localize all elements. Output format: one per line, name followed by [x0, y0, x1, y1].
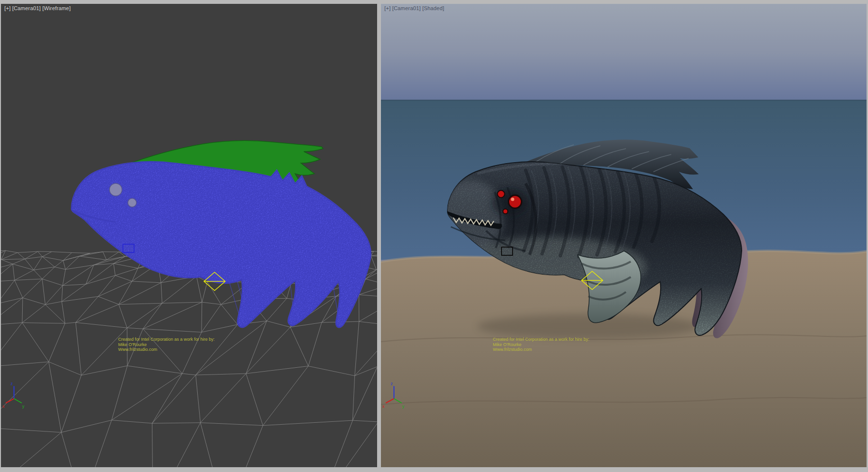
- axis-y-line: [14, 399, 22, 403]
- axis-y-label: y: [402, 404, 405, 409]
- axis-z-label: z: [11, 381, 13, 386]
- fish-eye-large: [509, 195, 522, 208]
- viewport-menu-button[interactable]: [+]: [4, 5, 11, 11]
- viewport-label: [+] [Camera01] [Wireframe]: [4, 5, 71, 11]
- credit-line-2: Mike O'Rourke: [493, 342, 589, 347]
- fish-eye-mid: [498, 191, 505, 198]
- viewport-shading-menu[interactable]: [Shaded]: [422, 5, 445, 11]
- credit-line-3: Www.frilzstudio.com: [493, 347, 589, 352]
- credit-line-1: Created for Intel Corporation as a work …: [118, 337, 215, 342]
- horizon-line: [381, 100, 867, 101]
- axis-z-label: z: [391, 381, 393, 386]
- fish-eye: [109, 183, 122, 196]
- sky: [381, 4, 867, 101]
- credit-line-2: Mike O'Rourke: [118, 342, 215, 347]
- credit-line-1: Created for Intel Corporation as a work …: [493, 337, 589, 342]
- fish-eye-highlight: [511, 198, 515, 201]
- axis-x-label: x: [2, 404, 5, 409]
- credit-text: Created for Intel Corporation as a work …: [118, 337, 215, 352]
- viewport-shading-menu[interactable]: [Wireframe]: [42, 5, 71, 11]
- viewport-camera-menu[interactable]: [Camera01]: [392, 5, 420, 11]
- credit-text: Created for Intel Corporation as a work …: [493, 337, 589, 352]
- axis-x-label: x: [382, 404, 385, 409]
- fish-eye: [128, 198, 136, 207]
- credit-line-3: Www.frilzstudio.com: [118, 347, 215, 352]
- world-axis-tripod: z x y: [2, 381, 25, 409]
- shaded-scene: z x y: [381, 4, 867, 467]
- viewport-camera-menu[interactable]: [Camera01]: [12, 5, 41, 11]
- axis-x-line: [6, 399, 14, 403]
- wireframe-scene: z x y: [1, 4, 377, 467]
- axis-y-label: y: [22, 404, 25, 409]
- fish-wireframe-object[interactable]: [71, 140, 371, 327]
- viewport-wireframe[interactable]: z x y [+] [Camera01] [Wireframe] Created…: [1, 4, 377, 467]
- viewport-label: [+] [Camera01] [Shaded]: [384, 5, 444, 11]
- viewport-menu-button[interactable]: [+]: [384, 5, 391, 11]
- viewport-divider[interactable]: [377, 0, 381, 472]
- fish-eye-small: [503, 209, 508, 214]
- viewport-split-frame: z x y [+] [Camera01] [Wireframe] Created…: [0, 0, 868, 472]
- viewport-shaded[interactable]: z x y [+] [Camera01] [Shaded] Created fo…: [381, 4, 867, 467]
